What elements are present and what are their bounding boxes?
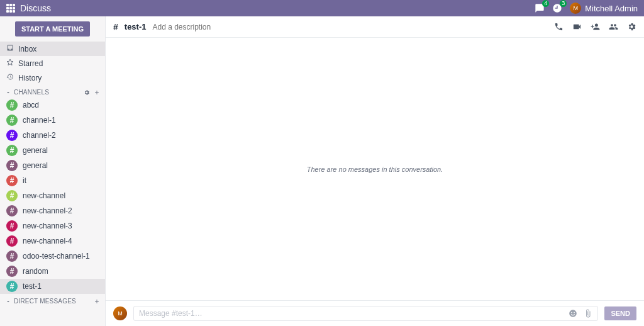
thread-body: There are no messages in this conversati…: [106, 38, 644, 300]
history-icon: [6, 73, 14, 82]
navbar-right: 4 3 M Mitchell Admin: [535, 3, 638, 14]
hash-icon: #: [6, 115, 18, 126]
message-input[interactable]: [139, 309, 569, 318]
gear-icon[interactable]: [84, 89, 90, 96]
app-body: START A MEETING InboxStarredHistory CHAN…: [0, 16, 644, 326]
user-name: Mitchell Admin: [585, 4, 638, 13]
dm-section-header[interactable]: DIRECT MESSAGES: [0, 294, 105, 306]
hash-icon: #: [6, 266, 18, 277]
channel-name: abcd: [23, 101, 39, 110]
channel-item[interactable]: #new-channel-2: [0, 203, 105, 218]
channel-item[interactable]: #general: [0, 143, 105, 158]
start-meeting-button[interactable]: START A MEETING: [15, 21, 90, 37]
empty-thread-text: There are no messages in this conversati…: [307, 166, 443, 173]
attachment-icon[interactable]: [584, 309, 592, 318]
channel-item[interactable]: #new-channel-4: [0, 233, 105, 249]
thread-description-input[interactable]: [152, 23, 278, 31]
channel-item[interactable]: #it: [0, 173, 105, 188]
sidebar: START A MEETING InboxStarredHistory CHAN…: [0, 16, 106, 326]
app-title: Discuss: [20, 3, 51, 13]
plus-icon[interactable]: [94, 89, 100, 96]
mailbox-label: Starred: [18, 59, 43, 68]
channel-item[interactable]: #new-channel-3: [0, 218, 105, 233]
channel-name: new-channel-2: [23, 206, 72, 215]
activities-indicator[interactable]: 3: [552, 3, 562, 13]
channel-name: channel-1: [23, 116, 56, 125]
hash-icon: #: [6, 99, 18, 111]
video-icon[interactable]: [572, 22, 582, 31]
channel-name: test-1: [23, 282, 42, 291]
channel-name: general: [23, 161, 48, 170]
hash-icon: #: [6, 130, 18, 141]
hash-icon: #: [6, 175, 18, 186]
navbar: Discuss 4 3 M Mitchell Admin: [0, 0, 644, 16]
activities-badge: 3: [560, 0, 567, 7]
mailbox-label: History: [18, 74, 42, 82]
hash-icon: #: [6, 281, 18, 292]
thread-header: # test-1: [106, 16, 644, 38]
gear-icon[interactable]: [627, 22, 636, 31]
channel-item[interactable]: #new-channel: [0, 188, 105, 203]
channel-item[interactable]: #general: [0, 158, 105, 173]
composer: M SEND: [106, 300, 644, 326]
meeting-wrap: START A MEETING: [0, 16, 105, 42]
channel-item[interactable]: #channel-2: [0, 128, 105, 143]
channel-name: it: [23, 176, 26, 185]
hash-icon: #: [6, 235, 18, 247]
channel-name: odoo-test-channel-1: [23, 252, 90, 261]
inbox-icon: [6, 44, 14, 53]
user-menu[interactable]: M Mitchell Admin: [570, 3, 638, 14]
add-user-icon[interactable]: [591, 22, 600, 31]
dm-label: DIRECT MESSAGES: [14, 298, 76, 305]
hash-icon: #: [6, 205, 18, 216]
members-icon[interactable]: [609, 22, 618, 31]
mailbox-star[interactable]: Starred: [0, 56, 105, 70]
messages-badge: 4: [542, 0, 549, 7]
messages-indicator[interactable]: 4: [535, 3, 545, 13]
hash-icon: #: [6, 190, 18, 201]
navbar-left: Discuss: [6, 3, 51, 13]
avatar: M: [113, 306, 127, 320]
channel-name: random: [23, 267, 48, 276]
hash-icon: #: [6, 160, 18, 171]
emoji-icon[interactable]: [569, 309, 577, 318]
content: # test-1 There are no messages in this c…: [106, 16, 644, 326]
thread-title: # test-1: [113, 22, 278, 32]
mailbox-inbox[interactable]: Inbox: [0, 42, 105, 56]
mailbox-history[interactable]: History: [0, 70, 105, 85]
hash-icon: #: [6, 250, 18, 262]
chevron-down-icon: [5, 298, 11, 305]
channel-name: channel-2: [23, 131, 56, 140]
avatar: M: [570, 3, 581, 14]
channel-name: new-channel-4: [23, 237, 72, 245]
thread-name: test-1: [125, 22, 147, 31]
hash-icon: #: [113, 22, 118, 32]
send-button[interactable]: SEND: [604, 306, 636, 320]
channel-item[interactable]: #odoo-test-channel-1: [0, 249, 105, 264]
chevron-down-icon: [5, 89, 11, 96]
phone-icon[interactable]: [554, 22, 564, 31]
apps-icon[interactable]: [6, 4, 15, 13]
channel-item[interactable]: #test-1: [0, 279, 105, 294]
star-icon: [6, 59, 14, 68]
composer-box[interactable]: [133, 306, 598, 321]
channel-name: new-channel: [23, 191, 65, 200]
thread-actions: [554, 22, 636, 31]
hash-icon: #: [6, 145, 18, 156]
hash-icon: #: [6, 220, 18, 232]
channel-item[interactable]: #random: [0, 264, 105, 279]
channel-name: general: [23, 146, 48, 155]
channel-item[interactable]: #channel-1: [0, 113, 105, 128]
plus-icon[interactable]: [94, 298, 100, 305]
channel-item[interactable]: #abcd: [0, 98, 105, 113]
channels-label: CHANNELS: [14, 89, 49, 96]
channels-section-header[interactable]: CHANNELS: [0, 85, 105, 98]
channel-name: new-channel-3: [23, 222, 72, 230]
mailbox-label: Inbox: [18, 45, 36, 53]
